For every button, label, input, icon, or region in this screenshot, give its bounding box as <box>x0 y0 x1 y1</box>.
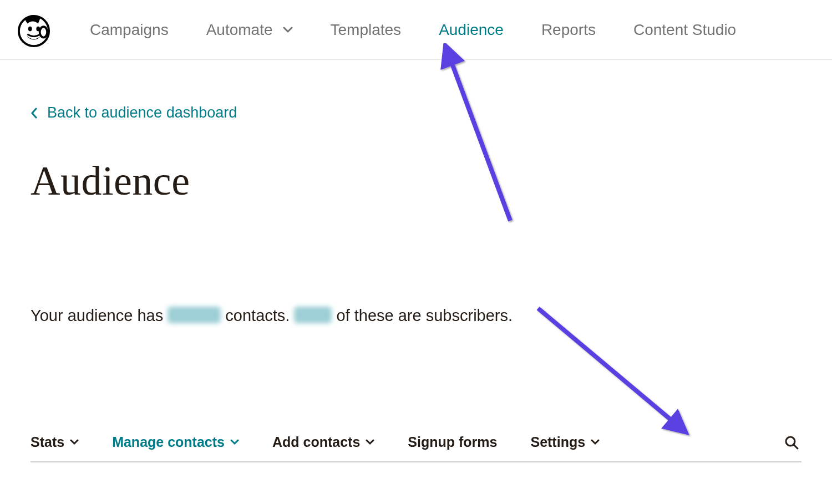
stats-dropdown[interactable]: Stats <box>31 434 79 450</box>
tool-label: Manage contacts <box>112 434 225 450</box>
tool-label: Stats <box>31 434 64 450</box>
chevron-down-icon <box>70 439 79 445</box>
annotation-arrow-to-audience <box>438 43 527 237</box>
main-content: Back to audience dashboard Audience Your… <box>0 60 832 462</box>
annotation-arrow-to-search <box>527 298 693 442</box>
svg-point-1 <box>28 26 32 31</box>
search-button[interactable] <box>782 432 801 452</box>
svg-line-7 <box>538 308 679 427</box>
nav-label: Automate <box>206 21 273 39</box>
chevron-down-icon <box>283 27 293 33</box>
back-link-label: Back to audience dashboard <box>47 104 237 121</box>
chevron-down-icon <box>366 439 374 445</box>
nav-reports[interactable]: Reports <box>541 21 596 39</box>
nav-templates[interactable]: Templates <box>331 21 402 39</box>
redacted-subscribers-count <box>294 307 332 323</box>
nav-label: Reports <box>541 21 596 39</box>
nav-list: Campaigns Automate Templates Audience Re… <box>90 21 736 39</box>
audience-toolbar: Stats Manage contacts Add contacts Signu… <box>31 432 801 462</box>
settings-dropdown[interactable]: Settings <box>530 434 600 450</box>
nav-campaigns[interactable]: Campaigns <box>90 21 169 39</box>
mailchimp-logo[interactable] <box>17 12 51 48</box>
chevron-down-icon <box>230 439 239 445</box>
svg-line-5 <box>794 445 798 449</box>
nav-automate[interactable]: Automate <box>206 21 293 39</box>
manage-contacts-dropdown[interactable]: Manage contacts <box>112 434 239 450</box>
summary-mid: contacts. <box>225 307 294 324</box>
tool-label: Settings <box>530 434 585 450</box>
page-title: Audience <box>31 157 801 205</box>
audience-summary: Your audience has contacts. of these are… <box>31 304 513 327</box>
redacted-contacts-count <box>168 307 221 323</box>
tool-label: Signup forms <box>408 434 497 450</box>
top-nav: Campaigns Automate Templates Audience Re… <box>0 0 832 60</box>
nav-audience[interactable]: Audience <box>439 21 504 39</box>
back-link[interactable]: Back to audience dashboard <box>31 104 237 121</box>
search-icon <box>784 435 799 450</box>
summary-suffix: of these are subscribers. <box>337 307 513 324</box>
nav-label: Templates <box>331 21 402 39</box>
chevron-left-icon <box>31 108 37 119</box>
chevron-down-icon <box>591 439 600 445</box>
tool-label: Add contacts <box>272 434 360 450</box>
nav-label: Audience <box>439 21 504 39</box>
add-contacts-dropdown[interactable]: Add contacts <box>272 434 374 450</box>
summary-prefix: Your audience has <box>31 307 168 324</box>
nav-label: Campaigns <box>90 21 169 39</box>
nav-content-studio[interactable]: Content Studio <box>633 21 736 39</box>
svg-point-3 <box>40 27 48 37</box>
nav-label: Content Studio <box>633 21 736 39</box>
signup-forms-link[interactable]: Signup forms <box>408 434 497 450</box>
